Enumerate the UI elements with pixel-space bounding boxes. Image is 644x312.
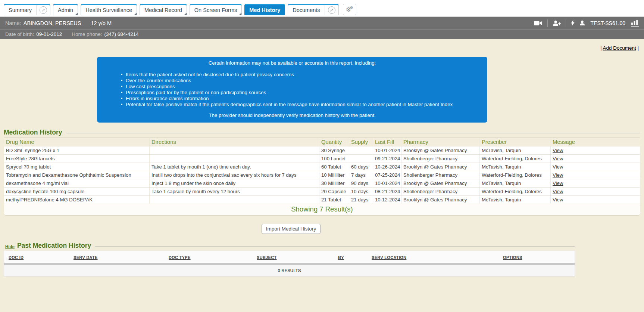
cell-quantity: 21 Tablet: [319, 196, 349, 204]
cell-pharmacy: Brooklyn @ Gates Pharmacy: [401, 146, 480, 155]
lightning-bolt-icon[interactable]: [571, 20, 575, 26]
sort-doc-id[interactable]: DOC ID: [9, 255, 24, 260]
view-message-link[interactable]: View: [553, 164, 563, 170]
cell-last-fill: 09-21-2024: [373, 155, 401, 163]
cell-quantity: 100 Lancet: [319, 155, 349, 163]
video-camera-icon[interactable]: [534, 21, 543, 26]
add-document-link[interactable]: Add Document: [603, 45, 636, 51]
sort-doc-type[interactable]: DOC TYPE: [169, 255, 191, 260]
divider: [547, 19, 548, 27]
import-medical-history-button[interactable]: Import Medical History: [262, 224, 321, 234]
hide-link[interactable]: Hide: [5, 244, 15, 249]
divider: [566, 19, 566, 27]
tab-summary[interactable]: Summary ↗: [4, 4, 50, 15]
cell-pharmacy: Shollenberger Pharmacy: [401, 155, 480, 163]
dropdown-corner-icon: [75, 13, 78, 15]
import-button-row: Import Medical History: [0, 224, 582, 234]
sort-options[interactable]: OPTIONS: [503, 255, 522, 260]
tab-med-history[interactable]: Med History: [244, 4, 285, 15]
tab-health-surveillance[interactable]: Health Surveillance: [81, 4, 137, 15]
cell-directions: [150, 146, 319, 155]
cell-drug-name: Sprycel 70 mg tablet: [4, 163, 150, 171]
tab-documents-label: Documents: [288, 5, 324, 15]
cell-supply: 60 days: [349, 163, 373, 171]
med-history-section-head: Medication History: [4, 129, 640, 136]
past-med-history-table: DOC ID SERV DATE DOC TYPE SUBJECT BY SER…: [4, 251, 575, 277]
empty-results-message: 0 RESULTS: [4, 265, 575, 276]
tab-summary-label: Summary: [4, 5, 36, 15]
notice-bullet: Low cost prescriptions: [121, 84, 479, 90]
user-icon[interactable]: [579, 20, 585, 26]
med-history-table-body: BD 3mL syringe 25G x 1 30 Syringe 10-01-…: [4, 146, 640, 204]
tab-bar: Summary ↗ Admin Health Surveillance Medi…: [0, 0, 644, 17]
cell-drug-name: Tobramycin and Dexamethasone Ophthalmic …: [4, 171, 150, 179]
cell-pharmacy: Brooklyn @ Gates Pharmacy: [401, 196, 480, 204]
notice-bullet: Potential for false positive match if th…: [121, 102, 479, 108]
cell-directions: Take 1 tablet by mouth 1 (one) time each…: [150, 163, 319, 171]
cell-last-fill: 10-01-2024: [373, 179, 401, 188]
cell-last-fill: 08-21-2024: [373, 188, 401, 196]
tab-medical-record-label: Medical Record: [140, 5, 187, 15]
cell-prescriber: Waterford-Fielding, Dolores: [480, 188, 551, 196]
view-message-link[interactable]: View: [553, 180, 563, 186]
tab-medical-record[interactable]: Medical Record: [140, 4, 187, 15]
cell-pharmacy: Shollenberger Pharmacy: [401, 171, 480, 179]
phone-label: Home phone:: [72, 31, 102, 37]
dropdown-corner-icon: [184, 13, 187, 15]
med-history-title: Medication History: [4, 129, 62, 136]
sort-serv-location[interactable]: SERV LOCATION: [372, 255, 406, 260]
tab-health-surveillance-label: Health Surveillance: [81, 5, 137, 15]
cell-drug-name: doxycycline hyclate 100 mg capsule: [4, 188, 150, 196]
settings-button[interactable]: ⚙ ⚙: [343, 4, 356, 15]
cell-directions: Instill two drops into the conjunctival …: [150, 171, 319, 179]
tab-on-screen-forms[interactable]: On Screen Forms: [190, 4, 242, 15]
tab-documents-popout[interactable]: ↗: [325, 5, 338, 15]
dropdown-corner-icon: [134, 13, 137, 15]
cell-prescriber: McTavish, Tarquin: [480, 179, 551, 188]
view-message-link[interactable]: View: [553, 156, 563, 161]
divider: [66, 133, 640, 133]
view-message-link[interactable]: View: [553, 189, 563, 194]
add-person-icon[interactable]: [553, 20, 561, 26]
cell-last-fill: 07-25-2024: [373, 171, 401, 179]
patient-dob: 09-01-2012: [36, 31, 62, 37]
sort-by[interactable]: BY: [338, 255, 344, 260]
cell-supply: 10 days: [349, 188, 373, 196]
table-row: doxycycline hyclate 100 mg capsule Take …: [4, 188, 640, 196]
column-header-supply: Supply: [349, 138, 373, 146]
column-header-prescriber: Prescriber: [480, 138, 551, 146]
view-message-link[interactable]: View: [553, 197, 563, 203]
sort-subject[interactable]: SUBJECT: [257, 255, 276, 260]
disclaimer-notice: Certain information may not be available…: [97, 57, 487, 123]
notice-bullet: Over-the-counter medications: [121, 78, 479, 84]
cell-supply: 21 days: [349, 196, 373, 204]
cell-quantity: 60 Tablet: [319, 163, 349, 171]
view-message-link[interactable]: View: [553, 172, 563, 178]
column-header-quantity: Quantity: [319, 138, 349, 146]
tab-documents[interactable]: Documents ↗: [288, 4, 338, 15]
cell-prescriber: McTavish, Tarquin: [480, 146, 551, 155]
cell-prescriber: McTavish, Tarquin: [480, 163, 551, 171]
cell-drug-name: BD 3mL syringe 25G x 1: [4, 146, 150, 155]
tab-admin[interactable]: Admin: [53, 4, 78, 15]
name-label: Name:: [5, 20, 21, 26]
tab-summary-popout[interactable]: ↗: [36, 5, 50, 15]
med-history-header-row: Drug Name Directions Quantity Supply Las…: [4, 138, 640, 146]
past-med-header-row: DOC ID SERV DATE DOC TYPE SUBJECT BY SER…: [4, 251, 575, 263]
cell-last-fill: 10-01-2024: [373, 146, 401, 155]
patient-bar-actions: TEST-SS61.00: [534, 19, 639, 27]
cell-directions: Inject 1.8 mg under the skin once daily: [150, 179, 319, 188]
column-header-drug-name: Drug Name: [4, 138, 150, 146]
view-message-link[interactable]: View: [553, 148, 563, 153]
column-header-pharmacy: Pharmacy: [401, 138, 480, 146]
cell-directions: Take 1 capsule by mouth every 12 hours: [150, 188, 319, 196]
divider: [4, 263, 575, 265]
column-header-last-fill: Last Fill: [373, 138, 401, 146]
notice-bullet: Prescriptions paid for by the patient or…: [121, 90, 479, 96]
table-row: Sprycel 70 mg tablet Take 1 tablet by mo…: [4, 163, 640, 171]
bar-chart-icon[interactable]: [631, 20, 639, 27]
cell-drug-name: FreeStyle 28G lancets: [4, 155, 150, 163]
cell-supply: [349, 155, 373, 163]
cell-supply: 90 days: [349, 179, 373, 188]
sort-serv-date[interactable]: SERV DATE: [74, 255, 98, 260]
